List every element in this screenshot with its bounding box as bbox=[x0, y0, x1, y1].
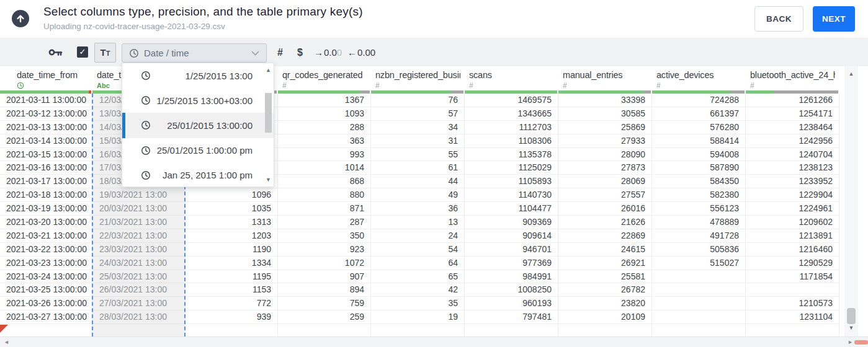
table-cell: 2021-03-17 13:00:00 bbox=[0, 175, 92, 188]
page-title: Select columns type, precision, and the … bbox=[43, 5, 363, 19]
table-cell: 2021-03-27 13:00:00 bbox=[0, 310, 92, 324]
table-cell: 26016 bbox=[558, 202, 651, 216]
decimal-decrease-button[interactable]: ←0.00 bbox=[347, 38, 375, 66]
table-cell: 960193 bbox=[465, 297, 558, 310]
vertical-scroll-thumb[interactable] bbox=[847, 308, 856, 324]
horizontal-scrollbar[interactable]: ◄ ► bbox=[0, 336, 868, 347]
scroll-left-icon[interactable]: ◄ bbox=[4, 339, 9, 345]
table-cell: 2021-03-14 13:00:00 bbox=[0, 134, 92, 148]
column-name: manual_entries bbox=[563, 70, 648, 80]
column-type: # bbox=[750, 82, 835, 90]
table-cell: 1112703 bbox=[465, 121, 558, 134]
column-type: # bbox=[656, 82, 741, 90]
column-header[interactable]: manual_entries# bbox=[558, 66, 652, 90]
table-cell: 22/03/2021 13:00 bbox=[93, 229, 184, 243]
dropdown-scrollbar[interactable]: ▲ ▼ bbox=[264, 64, 273, 185]
column-name: qr_codes_generated bbox=[282, 70, 367, 80]
table-cell: 25869 bbox=[558, 121, 651, 134]
text-type-label: T bbox=[101, 47, 106, 58]
table-cell: 1093 bbox=[278, 107, 370, 121]
table-cell: 1290529 bbox=[746, 257, 839, 270]
table-column: date_time_from2021-03-11 13:00:002021-03… bbox=[0, 66, 92, 336]
table-cell: 1231104 bbox=[746, 310, 839, 324]
column-name: scans bbox=[469, 70, 554, 80]
column-type: # bbox=[563, 82, 648, 90]
scroll-up-icon[interactable]: ▲ bbox=[844, 71, 858, 77]
table-cell: 478889 bbox=[652, 216, 745, 229]
column-cells: 1367109328836399310148688808712873509231… bbox=[278, 94, 371, 336]
scroll-up-icon[interactable]: ▲ bbox=[264, 67, 273, 73]
boolean-type-checkbox[interactable]: ✓ bbox=[77, 46, 88, 58]
table-cell: 909369 bbox=[465, 216, 558, 229]
column-type-select[interactable]: Date / time bbox=[122, 43, 267, 63]
table-cell: 287 bbox=[278, 216, 370, 229]
column-cells: 1469575134366511127031108306113537811250… bbox=[465, 94, 558, 336]
dropdown-scroll-thumb[interactable] bbox=[265, 93, 272, 133]
column-header[interactable]: bluetooth_active_24_hr_# bbox=[746, 66, 839, 90]
dropdown-item[interactable]: 25/01/2015 1:00:00 pm bbox=[122, 138, 274, 163]
table-cell: 759 bbox=[278, 297, 370, 310]
table-cell: 26782 bbox=[558, 283, 651, 297]
column-header[interactable]: qr_codes_generated# bbox=[278, 66, 371, 90]
table-cell: 35 bbox=[371, 297, 464, 310]
number-type-button[interactable]: # bbox=[277, 38, 283, 66]
table-cell: 582380 bbox=[652, 188, 745, 202]
table-cell: 28/03/2021 13:00 bbox=[93, 310, 184, 324]
table-cell: 54 bbox=[371, 243, 464, 257]
dropdown-item-label: 25/01/2015 13:00:00 bbox=[151, 120, 253, 131]
primary-key-icon[interactable] bbox=[48, 47, 63, 60]
column-cells: 1261266125417112384641242956124070412381… bbox=[746, 94, 839, 336]
table-cell bbox=[652, 270, 745, 284]
table-cell: 2021-03-20 13:00:00 bbox=[0, 216, 92, 229]
dropdown-item[interactable]: 25/01/2015 13:00:00 bbox=[122, 113, 274, 138]
scroll-right-icon[interactable]: ► bbox=[848, 339, 853, 345]
table-cell: 907 bbox=[278, 270, 370, 284]
table-cell: 772 bbox=[186, 297, 277, 310]
dropdown-item[interactable]: 1/25/2015 13:00 bbox=[122, 63, 274, 88]
table-cell: 26/03/2021 13:00 bbox=[93, 283, 184, 297]
table-cell bbox=[652, 283, 745, 297]
back-button[interactable]: BACK bbox=[754, 6, 803, 32]
currency-type-button[interactable]: $ bbox=[297, 38, 303, 66]
table-cell: 27/03/2021 13:00 bbox=[93, 297, 184, 310]
dropdown-item[interactable]: 1/25/2015 13:00+03:00 bbox=[122, 88, 274, 113]
table-cell: 25/03/2021 13:00 bbox=[93, 270, 184, 284]
horizontal-scroll-thumb[interactable] bbox=[854, 340, 868, 345]
dropdown-item-label: 1/25/2015 13:00+03:00 bbox=[151, 95, 253, 106]
clock-icon bbox=[17, 82, 24, 89]
table-cell: 1238464 bbox=[746, 121, 839, 134]
column-header[interactable]: nzbn_registered_busine# bbox=[371, 66, 465, 90]
text-type-button[interactable]: TT bbox=[94, 43, 116, 63]
column-name: bluetooth_active_24_hr_ bbox=[750, 70, 835, 80]
vertical-scrollbar[interactable]: ▲ ▼ bbox=[844, 66, 858, 336]
column-header[interactable]: date_time_from bbox=[0, 66, 92, 90]
table-cell bbox=[746, 283, 839, 297]
column-header[interactable]: active_devices# bbox=[652, 66, 746, 90]
decimal-increase-button[interactable]: →0.00 bbox=[314, 38, 342, 66]
table-cell: 64 bbox=[371, 257, 464, 270]
table-cell: 909614 bbox=[465, 229, 558, 243]
scroll-down-icon[interactable]: ▼ bbox=[844, 325, 858, 331]
table-cell: 28090 bbox=[558, 148, 651, 162]
upload-icon bbox=[12, 10, 29, 27]
table-cell: 939 bbox=[186, 310, 277, 324]
dropdown-item-label: 1/25/2015 13:00 bbox=[151, 71, 253, 81]
table-cell: 871 bbox=[278, 202, 370, 216]
table-cell: 923 bbox=[278, 243, 370, 257]
table-cell: 2021-03-21 13:00:00 bbox=[0, 229, 92, 243]
column-name: date_time_from bbox=[17, 70, 88, 80]
table-cell: 27933 bbox=[558, 134, 651, 148]
table-cell: 588414 bbox=[652, 134, 745, 148]
clock-icon bbox=[141, 170, 151, 180]
next-button[interactable]: NEXT bbox=[813, 6, 855, 32]
table-cell: 1261266 bbox=[746, 94, 839, 107]
table-cell: 1135378 bbox=[465, 148, 558, 162]
dropdown-item[interactable]: Jan 25, 2015 1:00 pm bbox=[122, 163, 274, 187]
table-cell: 24615 bbox=[558, 243, 651, 257]
arrow-right-icon: → bbox=[314, 47, 323, 58]
table-cell: 2021-03-26 13:00:00 bbox=[0, 297, 92, 310]
table-cell: 27873 bbox=[558, 161, 651, 175]
scroll-down-icon[interactable]: ▼ bbox=[264, 177, 273, 183]
table-cell: 1313 bbox=[186, 216, 277, 229]
column-header[interactable]: scans# bbox=[465, 66, 558, 90]
